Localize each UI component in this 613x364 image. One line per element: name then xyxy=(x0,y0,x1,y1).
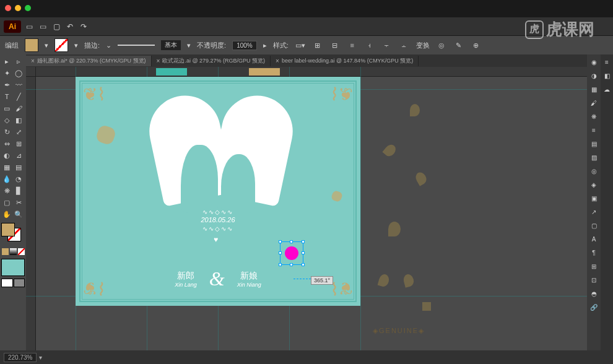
distribute-icon[interactable]: ≡ xyxy=(347,40,358,51)
maximize-window[interactable] xyxy=(25,5,31,11)
transform-panel-icon[interactable]: ⊡ xyxy=(589,275,599,285)
resize-handle[interactable] xyxy=(302,240,305,243)
align-center-icon[interactable]: ⫟ xyxy=(381,40,393,51)
selection-bounding-box[interactable] xyxy=(280,241,303,265)
screen-mode-thumb[interactable] xyxy=(1,259,25,276)
menu-undo-icon[interactable]: ↶ xyxy=(64,21,76,32)
leaf-graphic[interactable] xyxy=(414,170,428,186)
type-tool[interactable]: T xyxy=(1,91,12,102)
layers-icon[interactable]: ◧ xyxy=(602,71,612,80)
column-graph-tool[interactable]: ▊ xyxy=(13,185,24,196)
hand-tool[interactable]: ✋ xyxy=(1,209,12,220)
artboards-panel-icon[interactable]: ▢ xyxy=(589,220,599,230)
curvature-tool[interactable]: 〰 xyxy=(13,79,24,90)
rectangle-tool[interactable]: ▭ xyxy=(1,103,12,114)
edit-icon[interactable]: ✎ xyxy=(453,40,464,51)
perspective-tool[interactable]: ⊿ xyxy=(13,150,24,161)
fill-color[interactable] xyxy=(1,223,15,236)
char-panel-icon[interactable]: A xyxy=(589,234,599,244)
stroke-weight[interactable]: ⌄ xyxy=(106,41,111,50)
tab-2[interactable]: × 欧式花边.ai @ 279.27% (RGB/GPU 预览) xyxy=(152,56,271,66)
align-panel-icon[interactable]: ⊞ xyxy=(589,261,599,271)
graphic-styles-icon[interactable]: ◈ xyxy=(589,180,599,189)
leaf-graphic[interactable] xyxy=(402,273,415,287)
color-mode-row[interactable] xyxy=(1,246,25,257)
resize-handle[interactable] xyxy=(279,251,282,254)
blend-tool[interactable]: ◔ xyxy=(13,173,24,184)
tab-1[interactable]: × 婚礼图标.ai* @ 220.73% (CMYK/GPU 预览) xyxy=(26,56,152,66)
links-panel-icon[interactable]: 🔗 xyxy=(589,302,599,312)
shape-builder-tool[interactable]: ◐ xyxy=(1,150,12,161)
symbols-panel-icon[interactable]: ❋ xyxy=(589,111,599,121)
zoom-tool[interactable]: 🔍 xyxy=(13,209,24,220)
horizontal-ruler[interactable] xyxy=(36,67,587,77)
asset-export-icon[interactable]: ↗ xyxy=(589,207,599,217)
free-transform-tool[interactable]: ⊞ xyxy=(13,138,24,149)
stroke-panel-icon[interactable]: ≡ xyxy=(589,125,599,135)
transparency-panel-icon[interactable]: ▨ xyxy=(589,152,599,162)
style-dropdown[interactable]: ▭▾ xyxy=(295,40,306,51)
gradient-panel-icon[interactable]: ▤ xyxy=(589,139,599,149)
swatches-panel-icon[interactable]: ▦ xyxy=(589,84,599,94)
width-tool[interactable]: ⇔ xyxy=(1,138,12,149)
isolate-icon[interactable]: ◎ xyxy=(436,40,447,51)
magic-wand-tool[interactable]: ✦ xyxy=(1,67,12,79)
symbol-sprayer-tool[interactable]: ❋ xyxy=(1,185,12,196)
menu-open-icon[interactable]: ▭ xyxy=(37,21,48,32)
resize-handle[interactable] xyxy=(290,263,293,266)
pen-tool[interactable]: ✒ xyxy=(1,79,12,90)
resize-handle[interactable] xyxy=(279,263,282,266)
close-icon[interactable]: × xyxy=(31,58,35,64)
brushes-panel-icon[interactable]: 🖌 xyxy=(589,98,599,108)
lasso-tool[interactable]: ◯ xyxy=(13,67,24,79)
close-window[interactable] xyxy=(5,5,11,11)
resize-handle[interactable] xyxy=(302,251,305,254)
menu-save-icon[interactable]: ▢ xyxy=(51,21,62,32)
close-icon[interactable]: × xyxy=(276,58,279,64)
artboard[interactable]: ❦⌇ ❦⌇ ❦⌇ ❦⌇ ∿∿◇∿∿ 2018.05.26 ∿∿◇∿∿ 新郎 Xi… xyxy=(76,77,360,306)
stroke-swatch[interactable] xyxy=(54,38,68,52)
align-left-icon[interactable]: ⫞ xyxy=(364,40,375,51)
tab-3[interactable]: × beer label-wedding.ai @ 147.84% (CMYK/… xyxy=(271,56,419,66)
line-tool[interactable]: ╱ xyxy=(13,91,24,102)
rotate-tool[interactable]: ↻ xyxy=(1,126,12,137)
color-panel-icon[interactable]: ◉ xyxy=(589,57,599,67)
leaf-graphic[interactable] xyxy=(382,142,398,158)
fill-stroke-swatches[interactable] xyxy=(1,223,25,241)
selection-tool[interactable]: ▸ xyxy=(1,56,12,67)
appearance-panel-icon[interactable]: ◎ xyxy=(589,166,599,176)
opacity-value[interactable]: 100% xyxy=(232,41,257,50)
fill-swatch[interactable] xyxy=(25,38,38,52)
stroke-profile[interactable]: 基本 xyxy=(161,40,181,50)
leaf-graphic[interactable] xyxy=(410,104,420,116)
libraries-icon[interactable]: ☁ xyxy=(602,84,612,94)
align-icon[interactable]: ⊞ xyxy=(312,40,323,51)
zoom-level[interactable]: 220.73% xyxy=(4,353,37,362)
leaf-graphic[interactable] xyxy=(388,222,401,236)
gradient-tool[interactable]: ▤ xyxy=(13,162,24,173)
mesh-tool[interactable]: ▦ xyxy=(1,162,12,173)
more-icon[interactable]: ⊕ xyxy=(471,40,482,51)
resize-handle[interactable] xyxy=(279,240,282,243)
artboard-tool[interactable]: ▢ xyxy=(1,197,12,208)
layers-panel-icon[interactable]: ▣ xyxy=(589,193,599,203)
resize-handle[interactable] xyxy=(302,263,305,266)
menu-file-icon[interactable]: ▭ xyxy=(24,21,35,32)
genuine-text[interactable]: ◈GENUINE◈ xyxy=(373,327,425,335)
ruler-origin[interactable] xyxy=(26,67,36,77)
scale-tool[interactable]: ⤢ xyxy=(13,126,24,137)
menu-redo-icon[interactable]: ↷ xyxy=(78,21,89,32)
paintbrush-tool[interactable]: 🖌 xyxy=(13,103,24,114)
slice-tool[interactable]: ✂ xyxy=(13,197,24,208)
guide[interactable] xyxy=(360,67,361,350)
leaf-graphic[interactable] xyxy=(422,302,431,311)
transform-label[interactable]: 变换 xyxy=(416,41,430,50)
shaper-tool[interactable]: ◇ xyxy=(1,115,12,126)
paragraph-panel-icon[interactable]: ¶ xyxy=(589,248,599,258)
close-icon[interactable]: × xyxy=(157,58,160,64)
direct-selection-tool[interactable]: ▹ xyxy=(13,56,24,67)
draw-mode[interactable] xyxy=(1,277,25,288)
minimize-window[interactable] xyxy=(15,5,21,11)
eyedropper-tool[interactable]: 💧 xyxy=(1,173,12,184)
resize-handle[interactable] xyxy=(290,240,293,243)
